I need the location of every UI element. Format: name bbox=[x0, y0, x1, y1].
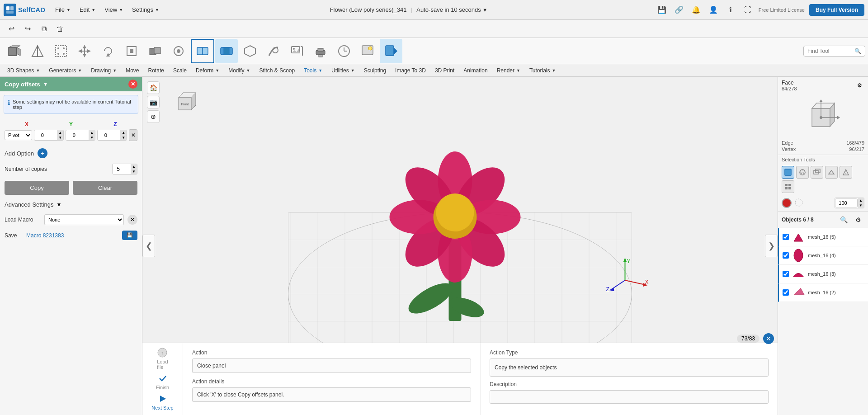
tool-image-to-3d[interactable] bbox=[286, 39, 308, 63]
finish-button[interactable]: Finish bbox=[156, 373, 169, 390]
delete-button[interactable]: 🗑 bbox=[53, 22, 67, 36]
menu-sculpting[interactable]: Sculpting bbox=[360, 66, 390, 75]
fullscreen-icon[interactable]: ⛶ bbox=[741, 4, 754, 16]
copies-spin-up[interactable]: ▲ bbox=[131, 164, 137, 169]
reset-coord-button[interactable]: ✕ bbox=[129, 129, 137, 141]
copy-action-button[interactable]: Copy bbox=[5, 181, 69, 195]
select-vertex-icon[interactable] bbox=[782, 180, 794, 193]
copies-input[interactable] bbox=[113, 165, 131, 174]
tool-3dprint[interactable] bbox=[309, 39, 332, 63]
menu-3dprint[interactable]: 3D Print bbox=[431, 66, 458, 75]
select-cube-icon[interactable] bbox=[782, 166, 794, 179]
tool-stitch[interactable] bbox=[191, 39, 214, 63]
object-item-1[interactable]: mesh_16 (5) bbox=[778, 228, 868, 246]
notification-icon[interactable]: 🔔 bbox=[690, 4, 703, 16]
select-box-icon[interactable] bbox=[811, 166, 823, 179]
menu-move[interactable]: Move bbox=[122, 66, 142, 75]
menu-tutorials[interactable]: Tutorials ▼ bbox=[526, 66, 560, 75]
menu-drawing[interactable]: Drawing ▼ bbox=[87, 66, 120, 75]
viewport-arrow-left[interactable]: ❮ bbox=[142, 235, 155, 257]
menu-generators[interactable]: Generators ▼ bbox=[45, 66, 85, 75]
object-checkbox-2[interactable] bbox=[783, 252, 789, 259]
load-file-button[interactable]: ↑ Loadfile bbox=[157, 348, 168, 370]
settings-icon[interactable]: ⚙ bbox=[854, 80, 864, 90]
object-item-3[interactable]: mesh_16 (3) bbox=[778, 265, 868, 283]
tool-drawing[interactable] bbox=[50, 39, 72, 63]
tool-tutorials[interactable] bbox=[380, 39, 402, 63]
panel-close-button[interactable]: ✕ bbox=[128, 80, 137, 89]
tool-utilities[interactable] bbox=[239, 39, 261, 63]
y-spin-up[interactable]: ▲ bbox=[89, 130, 95, 135]
tool-deform[interactable] bbox=[144, 39, 166, 63]
cube-navigator[interactable]: Front bbox=[167, 81, 201, 115]
object-color-picker[interactable] bbox=[782, 198, 792, 208]
edit-menu[interactable]: Edit▼ bbox=[77, 5, 98, 15]
search-objects-icon[interactable]: 🔍 bbox=[837, 213, 850, 226]
menu-deform[interactable]: Deform ▼ bbox=[192, 66, 223, 75]
z-input[interactable] bbox=[98, 131, 120, 139]
file-menu[interactable]: File▼ bbox=[52, 5, 73, 15]
share-icon[interactable]: 🔗 bbox=[673, 4, 685, 16]
object-checkbox-3[interactable] bbox=[783, 271, 789, 277]
view-menu[interactable]: View▼ bbox=[102, 5, 126, 15]
z-spin-up[interactable]: ▲ bbox=[120, 130, 127, 135]
tool-tools[interactable] bbox=[215, 39, 238, 63]
home-nav-button[interactable]: 🏠 bbox=[147, 81, 160, 94]
macro-select[interactable]: None bbox=[44, 214, 124, 225]
pivot-select[interactable]: Pivot bbox=[5, 130, 32, 140]
opacity-input[interactable] bbox=[835, 198, 858, 208]
select-edge-icon[interactable] bbox=[840, 166, 852, 179]
buy-full-button[interactable]: Buy Full Version bbox=[809, 4, 864, 16]
menu-stitch[interactable]: Stitch & Scoop bbox=[255, 66, 298, 75]
tool-rotate[interactable] bbox=[97, 39, 119, 63]
menu-image-to-3d[interactable]: Image To 3D bbox=[392, 66, 429, 75]
menu-animation[interactable]: Animation bbox=[460, 66, 491, 75]
undo-button[interactable]: ↩ bbox=[5, 22, 18, 36]
save-icon[interactable]: 💾 bbox=[656, 4, 668, 16]
object-checkbox-4[interactable] bbox=[783, 289, 789, 296]
menu-scale[interactable]: Scale bbox=[170, 66, 190, 75]
tool-modify[interactable] bbox=[167, 39, 190, 63]
add-option-button[interactable]: + bbox=[38, 148, 47, 158]
y-input[interactable] bbox=[66, 131, 89, 139]
object-checkbox-1[interactable] bbox=[783, 234, 789, 240]
advanced-settings-row[interactable]: Advanced Settings ▼ bbox=[0, 198, 142, 212]
menu-tools[interactable]: Tools ▼ bbox=[300, 66, 326, 75]
tool-render[interactable] bbox=[356, 39, 379, 63]
find-tool-search[interactable]: 🔍 bbox=[803, 46, 865, 57]
viewport-arrow-right[interactable]: ❯ bbox=[765, 235, 778, 257]
panel-dropdown-icon[interactable]: ▼ bbox=[43, 81, 48, 87]
save-button[interactable]: 💾 bbox=[122, 231, 137, 240]
tool-move[interactable] bbox=[73, 39, 96, 63]
camera-nav-button[interactable]: 📷 bbox=[147, 96, 160, 108]
object-item-2[interactable]: mesh_16 (4) bbox=[778, 246, 868, 265]
find-tool-input[interactable] bbox=[807, 48, 853, 54]
x-spin-down[interactable]: ▼ bbox=[57, 135, 63, 140]
z-spin-down[interactable]: ▼ bbox=[120, 135, 127, 140]
menu-utilities[interactable]: Utilities ▼ bbox=[328, 66, 359, 75]
settings-menu[interactable]: Settings▼ bbox=[129, 5, 162, 15]
copies-spin-down[interactable]: ▼ bbox=[131, 169, 137, 174]
account-icon[interactable]: 👤 bbox=[707, 4, 720, 16]
object-item-4[interactable]: mesh_16 (2) bbox=[778, 283, 868, 302]
clear-action-button[interactable]: Clear bbox=[73, 181, 137, 195]
info-icon[interactable]: ℹ bbox=[724, 4, 737, 16]
x-spin-up[interactable]: ▲ bbox=[57, 130, 63, 135]
menu-rotate[interactable]: Rotate bbox=[145, 66, 168, 75]
grid-nav-button[interactable]: ⊕ bbox=[147, 110, 160, 123]
select-sphere-icon[interactable] bbox=[796, 166, 809, 179]
menu-modify[interactable]: Modify ▼ bbox=[225, 66, 254, 75]
objects-settings-icon[interactable]: ⚙ bbox=[852, 213, 864, 226]
copy-button[interactable]: ⧉ bbox=[37, 22, 51, 36]
next-step-button[interactable]: Next Step bbox=[151, 394, 173, 410]
redo-button[interactable]: ↪ bbox=[21, 22, 34, 36]
macro-clear-button[interactable]: ✕ bbox=[127, 215, 137, 225]
orientation-cube[interactable] bbox=[803, 95, 844, 136]
tool-3dshapes[interactable] bbox=[3, 39, 25, 63]
opacity-spin-up[interactable]: ▲ bbox=[858, 198, 864, 203]
tool-animation[interactable] bbox=[333, 39, 355, 63]
tool-generators[interactable] bbox=[26, 39, 49, 63]
opacity-spin-down[interactable]: ▼ bbox=[858, 203, 864, 208]
autosave-status[interactable]: Auto-save in 10 seconds bbox=[416, 6, 481, 13]
tool-sculpting[interactable] bbox=[262, 39, 285, 63]
